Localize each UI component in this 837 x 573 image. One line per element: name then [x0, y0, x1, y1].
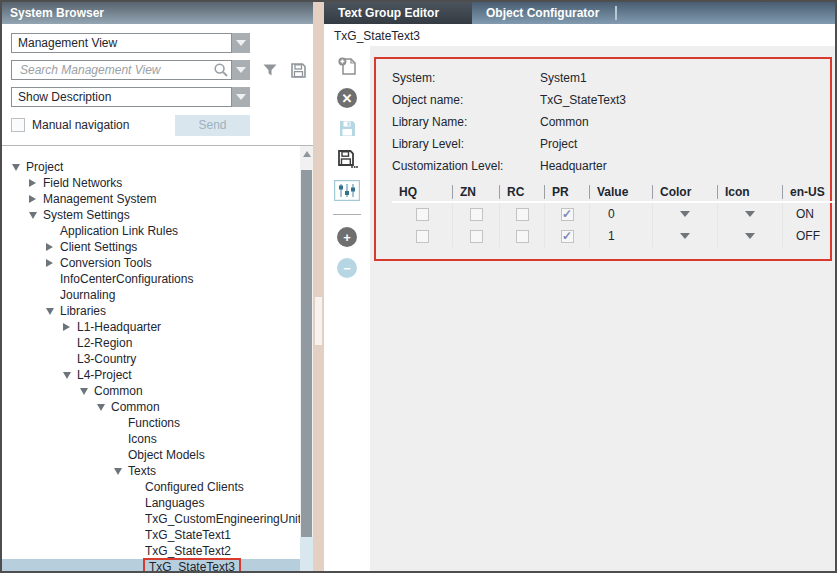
save-button[interactable] — [338, 119, 357, 138]
tree-item[interactable]: InfoCenterConfigurations — [2, 271, 300, 287]
tree-toggle[interactable] — [63, 323, 77, 331]
tab-text-group-editor[interactable]: Text Group Editor — [324, 2, 472, 24]
manual-navigation-label: Manual navigation — [32, 118, 129, 132]
tree-scrollbar[interactable] — [300, 146, 313, 571]
tree-toggle[interactable] — [97, 404, 111, 411]
tree-item[interactable]: Icons — [2, 431, 300, 447]
add-row-button[interactable]: + — [337, 227, 357, 247]
tree-item[interactable]: Client Settings — [2, 239, 300, 255]
form-field-value: System1 — [540, 71, 587, 85]
tab-object-configurator[interactable]: Object Configurator — [472, 2, 613, 24]
scroll-up-button[interactable] — [300, 146, 313, 161]
tree-item[interactable]: TxG_StateText3 — [2, 559, 300, 571]
icon-dropdown[interactable] — [717, 225, 782, 247]
scrollbar-thumb[interactable] — [301, 170, 312, 542]
tree-item[interactable]: Field Networks — [2, 175, 300, 191]
filter-columns-button[interactable] — [334, 180, 360, 201]
chevron-down-icon — [236, 67, 246, 73]
add-icon: + — [337, 227, 357, 247]
text-en-us-cell[interactable]: ON — [782, 203, 837, 225]
column-header: HQ — [392, 185, 452, 199]
description-selector-arrow-button[interactable] — [232, 87, 250, 107]
tree-item[interactable]: Management System — [2, 191, 300, 207]
tree-item[interactable]: Languages — [2, 495, 300, 511]
rc-checkbox[interactable] — [516, 230, 529, 243]
color-dropdown[interactable] — [652, 203, 717, 225]
zn-checkbox[interactable] — [470, 208, 483, 221]
rc-checkbox[interactable] — [516, 208, 529, 221]
tree-item[interactable]: Configured Clients — [2, 479, 300, 495]
value-cell[interactable]: 1 — [589, 225, 652, 247]
tree-item[interactable]: Application Link Rules — [2, 223, 300, 239]
value-cell[interactable]: 0 — [589, 203, 652, 225]
tree-item[interactable]: Project — [2, 159, 300, 175]
form-field-label: Library Level: — [392, 137, 540, 151]
panel-splitter[interactable] — [313, 2, 324, 571]
tree-item-label: Client Settings — [60, 240, 137, 254]
form-field-value: Common — [540, 115, 589, 129]
splitter-handle-icon — [315, 297, 322, 345]
tree-toggle[interactable] — [114, 468, 128, 475]
chevron-down-icon — [680, 233, 690, 239]
tree-toggle[interactable] — [46, 243, 60, 251]
tree-item[interactable]: TxG_CustomEngineeringUnits — [2, 511, 300, 527]
hq-checkbox[interactable] — [416, 230, 429, 243]
tree-item-label: Languages — [145, 496, 204, 510]
tree-item-label: Icons — [128, 432, 157, 446]
tree-item[interactable]: Conversion Tools — [2, 255, 300, 271]
tree-toggle[interactable] — [80, 388, 94, 395]
manual-navigation-checkbox[interactable] — [11, 118, 25, 132]
tree-item[interactable]: System Settings — [2, 207, 300, 223]
hq-checkbox[interactable] — [416, 208, 429, 221]
tree-item[interactable]: Texts — [2, 463, 300, 479]
collapse-arrow-icon — [29, 212, 37, 219]
text-en-us-cell[interactable]: OFF — [782, 225, 837, 247]
tree-toggle[interactable] — [63, 372, 77, 379]
search-input[interactable] — [18, 62, 213, 78]
sliders-icon — [334, 180, 360, 201]
tree-item[interactable]: L3-Country — [2, 351, 300, 367]
new-text-group-button[interactable] — [337, 56, 358, 77]
tree-item[interactable]: Functions — [2, 415, 300, 431]
tree-item[interactable]: L4-Project — [2, 367, 300, 383]
tree-toggle[interactable] — [29, 179, 43, 187]
tree-item-label: TxG_StateText1 — [145, 528, 231, 542]
tree-toggle[interactable] — [46, 259, 60, 267]
delete-button[interactable]: ✕ — [337, 88, 357, 108]
tree-item[interactable]: Common — [2, 399, 300, 415]
save-search-icon[interactable] — [290, 62, 307, 79]
color-dropdown[interactable] — [652, 225, 717, 247]
remove-row-button[interactable]: − — [337, 258, 357, 278]
view-selector[interactable]: Management View — [11, 33, 232, 53]
scrollbar-track-end[interactable] — [300, 537, 313, 571]
form-row: Library Level:Project — [392, 133, 830, 155]
zn-checkbox[interactable] — [470, 230, 483, 243]
tree-item[interactable]: TxG_StateText1 — [2, 527, 300, 543]
pr-checkbox[interactable]: ✓ — [561, 208, 574, 221]
description-selector[interactable]: Show Description — [11, 87, 232, 107]
tree-item-label: Common — [111, 400, 160, 414]
view-selector-arrow-button[interactable] — [232, 33, 250, 53]
icon-dropdown[interactable] — [717, 203, 782, 225]
form-field-value: Headquarter — [540, 159, 607, 173]
tree-toggle[interactable] — [29, 195, 43, 203]
table-row: ✓0ON — [392, 203, 837, 225]
form-field-label: Object name: — [392, 93, 540, 107]
tree-item[interactable]: Libraries — [2, 303, 300, 319]
tree-item[interactable]: L1-Headquarter — [2, 319, 300, 335]
tree-item-label: Field Networks — [43, 176, 122, 190]
filter-icon[interactable] — [262, 62, 278, 78]
save-as-button[interactable] — [337, 149, 358, 169]
pr-checkbox[interactable]: ✓ — [561, 230, 574, 243]
tree-item[interactable]: Journaling — [2, 287, 300, 303]
send-button[interactable]: Send — [175, 115, 250, 136]
tree-toggle[interactable] — [29, 212, 43, 219]
tree-item[interactable]: L2-Region — [2, 335, 300, 351]
tree-item[interactable]: Object Models — [2, 447, 300, 463]
tree-item[interactable]: Common — [2, 383, 300, 399]
tree-toggle[interactable] — [12, 164, 26, 171]
tree-item[interactable]: TxG_StateText2 — [2, 543, 300, 559]
collapse-arrow-icon — [80, 388, 88, 395]
search-options-arrow-button[interactable] — [232, 60, 250, 80]
tree-toggle[interactable] — [46, 308, 60, 315]
